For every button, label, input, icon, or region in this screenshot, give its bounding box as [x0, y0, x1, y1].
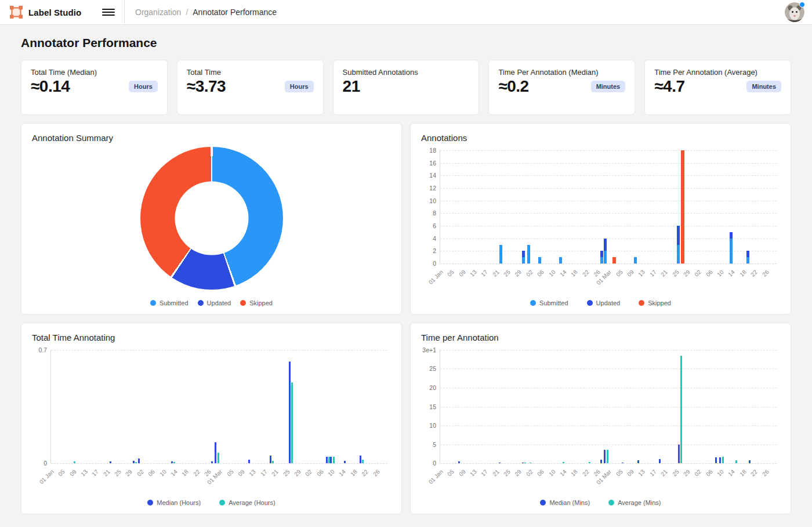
- x-axis-label: 18: [349, 468, 358, 478]
- bar[interactable]: [110, 350, 111, 463]
- bar[interactable]: [272, 350, 274, 463]
- label-studio-logo-link[interactable]: Label Studio: [9, 5, 81, 19]
- bar[interactable]: [135, 350, 137, 463]
- bar[interactable]: [333, 350, 335, 463]
- bar[interactable]: [522, 350, 524, 463]
- chart-legend: SubmittedUpdatedSkipped: [21, 299, 401, 306]
- bar[interactable]: [538, 150, 541, 264]
- legend-item-average-hours-[interactable]: Average (Hours): [219, 499, 276, 506]
- bar[interactable]: [559, 150, 562, 264]
- bar[interactable]: [173, 350, 175, 463]
- stat-card-time-per-annotation-median: Time Per Annotation (Median) ≈0.2 Minute…: [488, 60, 635, 115]
- breadcrumb-organization[interactable]: Organization: [135, 8, 181, 17]
- legend-item-median-hours-[interactable]: Median (Hours): [147, 499, 201, 506]
- bar[interactable]: [563, 350, 564, 463]
- bar[interactable]: [217, 350, 219, 463]
- bar[interactable]: [499, 150, 502, 264]
- x-axis-label: 29: [514, 269, 523, 278]
- bar[interactable]: [637, 350, 639, 463]
- hamburger-menu-icon[interactable]: [102, 8, 115, 17]
- bar[interactable]: [360, 350, 361, 463]
- x-axis-label: 22: [749, 269, 759, 278]
- bar[interactable]: [530, 350, 531, 463]
- stat-value: ≈0.2: [498, 77, 528, 96]
- x-axis-label: 02: [694, 269, 703, 278]
- charts-grid: Annotation Summary SubmittedUpdatedSkipp…: [21, 123, 791, 514]
- app-name: Label Studio: [28, 8, 81, 17]
- donut-hole: [175, 182, 248, 255]
- bar[interactable]: [133, 350, 135, 463]
- legend-item-median-mins-[interactable]: Median (Mins): [540, 499, 590, 506]
- bar[interactable]: [746, 150, 749, 264]
- legend-item-updated[interactable]: Updated: [198, 299, 231, 306]
- bar[interactable]: [524, 350, 526, 463]
- bar[interactable]: [522, 150, 525, 264]
- bar[interactable]: [719, 350, 721, 463]
- bar[interactable]: [735, 350, 737, 463]
- bar[interactable]: [600, 350, 602, 463]
- gridline: [440, 175, 777, 176]
- bar[interactable]: [622, 350, 624, 463]
- bar[interactable]: [612, 150, 616, 264]
- bar[interactable]: [607, 350, 608, 463]
- bar[interactable]: [604, 150, 607, 264]
- bar[interactable]: [634, 150, 637, 264]
- bar[interactable]: [326, 350, 328, 463]
- bar[interactable]: [215, 350, 216, 463]
- bar[interactable]: [458, 350, 460, 463]
- stat-label: Submitted Annotations: [343, 68, 470, 77]
- bar[interactable]: [499, 350, 501, 463]
- x-axis-label: 17: [648, 468, 658, 478]
- x-axis-label: 10: [716, 468, 725, 478]
- legend-item-updated[interactable]: Updated: [587, 299, 621, 306]
- bar[interactable]: [138, 350, 140, 463]
- bar[interactable]: [291, 350, 293, 463]
- bar[interactable]: [74, 350, 75, 463]
- bar[interactable]: [680, 350, 682, 463]
- donut-chart[interactable]: [140, 147, 283, 290]
- x-axis-label: 18: [570, 269, 579, 278]
- bar[interactable]: [344, 350, 346, 463]
- bar[interactable]: [715, 350, 717, 463]
- legend-item-submitted[interactable]: Submitted: [150, 299, 188, 306]
- bar[interactable]: [659, 350, 661, 463]
- bar[interactable]: [527, 150, 530, 264]
- x-axis-label: 14: [169, 468, 179, 478]
- bar[interactable]: [749, 350, 751, 463]
- bar[interactable]: [681, 150, 684, 264]
- bar[interactable]: [270, 350, 271, 463]
- x-axis-label: 29: [682, 269, 691, 278]
- user-avatar[interactable]: [785, 2, 804, 22]
- bar[interactable]: [589, 350, 590, 463]
- stat-unit-badge: Minutes: [746, 81, 781, 92]
- breadcrumb-current-page: Annotator Performance: [193, 8, 277, 17]
- bar[interactable]: [730, 150, 733, 264]
- bar[interactable]: [362, 350, 364, 463]
- bar[interactable]: [600, 150, 603, 264]
- bar-segment: [678, 445, 680, 463]
- bar[interactable]: [722, 350, 724, 463]
- stat-label: Time Per Annotation (Median): [498, 68, 625, 77]
- bar[interactable]: [211, 350, 213, 463]
- x-axis-label: 17: [480, 468, 490, 478]
- bar[interactable]: [604, 350, 606, 463]
- bar[interactable]: [248, 350, 250, 463]
- legend-item-submitted[interactable]: Submitted: [530, 299, 568, 306]
- bar[interactable]: [289, 350, 291, 463]
- bar[interactable]: [330, 350, 332, 463]
- bar[interactable]: [678, 350, 680, 463]
- chart-title: Annotation Summary: [32, 133, 391, 143]
- x-axis-label: 09: [458, 269, 467, 278]
- bar[interactable]: [677, 150, 680, 264]
- legend-item-average-mins-[interactable]: Average (Mins): [608, 499, 661, 506]
- bar[interactable]: [171, 350, 173, 463]
- x-axis: 01 Jan050913172125290206101418222601 Mar…: [50, 463, 387, 496]
- legend-dot: [639, 300, 644, 306]
- bar-segment: [607, 450, 608, 463]
- bar-segment: [333, 457, 335, 463]
- legend-dot: [150, 300, 156, 306]
- legend-item-skipped[interactable]: Skipped: [639, 299, 671, 306]
- legend-item-skipped[interactable]: Skipped: [240, 299, 273, 306]
- x-axis-label: 06: [316, 468, 325, 478]
- x-axis-label: 17: [648, 269, 658, 278]
